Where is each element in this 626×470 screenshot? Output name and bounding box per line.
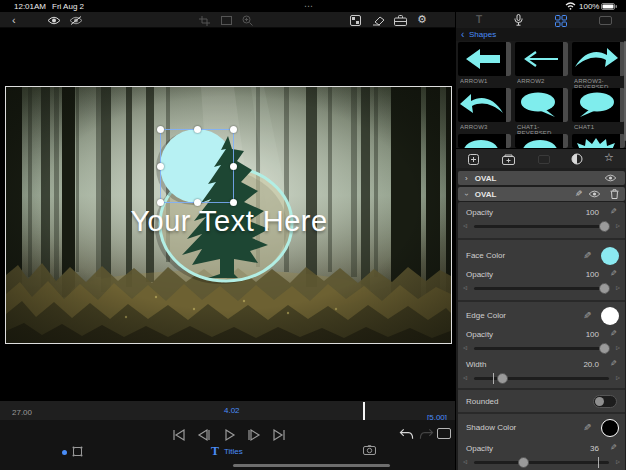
width-slider[interactable]	[474, 377, 609, 380]
opacity-slider-row: ◃ ▹	[458, 220, 625, 233]
library-header: ‹ Shapes	[456, 28, 626, 41]
selection-handle[interactable]	[230, 199, 237, 206]
tile-handle	[563, 42, 568, 76]
keyframe-icon[interactable]	[72, 446, 83, 457]
edit-pencil-icon[interactable]: ✎	[583, 250, 591, 261]
back-chevron-icon[interactable]: ‹	[12, 14, 16, 26]
layer-visibility-eye-icon[interactable]	[588, 190, 601, 198]
checker-preset-icon[interactable]	[350, 15, 361, 26]
chevron-right-icon[interactable]: ›	[465, 174, 468, 183]
timeline-scrollbar[interactable]	[233, 464, 390, 467]
width-row: Width 20.0 ✎	[458, 360, 625, 371]
slider-increment[interactable]: ▹	[616, 373, 620, 382]
edit-pencil-icon[interactable]: ✎	[610, 207, 617, 216]
play-button[interactable]	[218, 427, 240, 443]
external-display-icon[interactable]	[437, 428, 451, 439]
microphone-tab-icon[interactable]	[514, 14, 523, 26]
edge-color-swatch[interactable]	[601, 307, 619, 325]
slider-decrement[interactable]: ◃	[463, 373, 467, 382]
edit-pencil-icon[interactable]: ✎	[610, 329, 617, 338]
opacity-slider[interactable]	[474, 225, 609, 228]
opacity-row: Opacity 100 ✎	[458, 330, 625, 341]
shape-tile-arrow3[interactable]	[458, 88, 511, 122]
multitask-dots-icon[interactable]: ⋯	[304, 1, 313, 11]
chevron-down-icon[interactable]: ›	[462, 193, 471, 196]
selection-handle[interactable]	[230, 126, 237, 133]
shape-tile-arrow3-reversed[interactable]	[572, 42, 625, 76]
face-color-swatch[interactable]	[601, 247, 619, 265]
shape-tile-burst[interactable]	[572, 134, 625, 148]
slider-increment[interactable]: ▹	[616, 221, 620, 230]
opacity-row: Opacity 36 ✎	[458, 444, 625, 455]
edit-pencil-icon[interactable]: ✎	[610, 269, 617, 278]
shape-tile-arrow2[interactable]	[515, 42, 568, 76]
playhead[interactable]	[363, 402, 365, 420]
titles-track-icon[interactable]: T	[211, 444, 219, 459]
shadow-color-swatch[interactable]	[601, 419, 619, 437]
shape-tile-chat1[interactable]	[572, 88, 625, 122]
favorites-star-icon[interactable]: ☆	[604, 151, 614, 164]
add-folder-icon[interactable]	[502, 154, 515, 165]
title-overlay-text[interactable]: Your Text Here	[104, 205, 354, 238]
eraser-icon[interactable]	[372, 16, 385, 26]
selection-bounding-box[interactable]	[160, 129, 234, 203]
hide-overlay-eye-off-icon[interactable]	[69, 16, 83, 25]
add-shape-icon[interactable]	[468, 154, 479, 165]
layer-row-oval-expanded[interactable]: › OVAL ✎	[458, 187, 625, 201]
text-tool-tab[interactable]: T	[476, 14, 482, 25]
selection-handle[interactable]	[157, 163, 164, 170]
tile-handle	[506, 134, 511, 148]
slider-decrement[interactable]: ◃	[463, 221, 467, 230]
selection-handle[interactable]	[157, 126, 164, 133]
shape-tile-chat2[interactable]	[515, 134, 568, 148]
selection-handle[interactable]	[194, 199, 201, 206]
jump-to-end-button[interactable]	[268, 427, 290, 443]
layer-visibility-eye-icon[interactable]	[604, 174, 617, 182]
delete-trash-icon[interactable]	[610, 189, 619, 199]
slider-decrement[interactable]: ◃	[463, 457, 467, 466]
rounded-row: Rounded	[458, 394, 625, 410]
slider-increment[interactable]: ▹	[616, 283, 620, 292]
opacity-label: Opacity	[466, 208, 493, 217]
library-title[interactable]: Shapes	[469, 30, 496, 39]
shape-tile-chat2-reversed[interactable]	[458, 134, 511, 148]
slider-increment[interactable]: ▹	[616, 343, 620, 352]
rounded-toggle[interactable]	[593, 395, 617, 408]
edit-pencil-icon[interactable]: ✎	[583, 310, 591, 321]
undo-button[interactable]	[399, 428, 414, 440]
titles-track-label[interactable]: Titles	[224, 447, 243, 456]
slider-decrement[interactable]: ◃	[463, 343, 467, 352]
shape-tile-arrow1[interactable]	[458, 42, 511, 76]
contrast-icon[interactable]	[571, 153, 583, 165]
edit-pencil-icon[interactable]: ✎	[610, 359, 617, 368]
edit-pencil-icon[interactable]: ✎	[583, 422, 591, 433]
monitor-tab-icon[interactable]	[599, 16, 612, 25]
previous-frame-button[interactable]	[193, 427, 215, 443]
toolbox-icon[interactable]	[394, 15, 407, 26]
library-back-icon[interactable]: ‹	[461, 29, 464, 40]
opacity-slider[interactable]	[474, 287, 609, 290]
crop-icon	[199, 16, 210, 26]
timeline-ruler[interactable]: 27.00 4.02 [5.00]	[0, 400, 455, 420]
preview-canvas[interactable]: Your Text Here	[5, 86, 452, 344]
gear-icon[interactable]: ⚙	[417, 13, 427, 26]
opacity-slider[interactable]	[474, 347, 609, 350]
show-overlay-eye-icon[interactable]	[47, 16, 61, 25]
opacity-value: 100	[586, 330, 599, 339]
shape-tile-chat1-reversed[interactable]	[515, 88, 568, 122]
selection-handle[interactable]	[157, 199, 164, 206]
selection-handle[interactable]	[230, 163, 237, 170]
timeline-scale: 27.00	[12, 408, 32, 417]
shapes-grid-tab-icon[interactable]	[555, 15, 567, 27]
battery-icon	[601, 3, 617, 10]
slider-decrement[interactable]: ◃	[463, 283, 467, 292]
selection-handle[interactable]	[194, 126, 201, 133]
edit-pencil-icon[interactable]: ✎	[610, 443, 617, 452]
next-frame-button[interactable]	[243, 427, 265, 443]
jump-to-start-button[interactable]	[168, 427, 190, 443]
shadow-opacity-slider[interactable]	[474, 461, 609, 464]
slider-increment[interactable]: ▹	[616, 457, 620, 466]
camera-icon[interactable]	[363, 445, 376, 455]
edit-pencil-icon[interactable]: ✎	[575, 189, 583, 199]
layer-row-oval-collapsed[interactable]: › OVAL	[458, 171, 625, 185]
